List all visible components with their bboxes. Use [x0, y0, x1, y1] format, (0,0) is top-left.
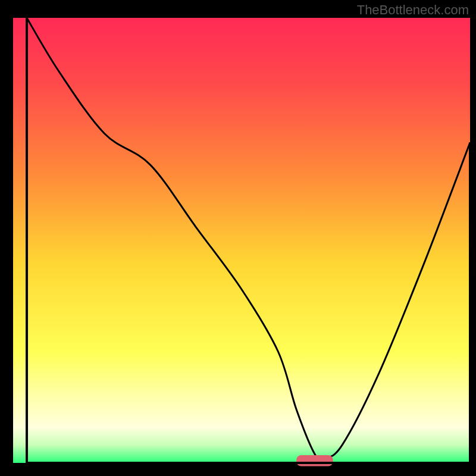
- plot-background: [13, 18, 470, 463]
- chart-canvas: [0, 0, 476, 476]
- watermark-text: TheBottleneck.com: [357, 2, 469, 18]
- bottleneck-chart: TheBottleneck.com: [0, 0, 476, 476]
- optimal-range-marker: [296, 455, 333, 466]
